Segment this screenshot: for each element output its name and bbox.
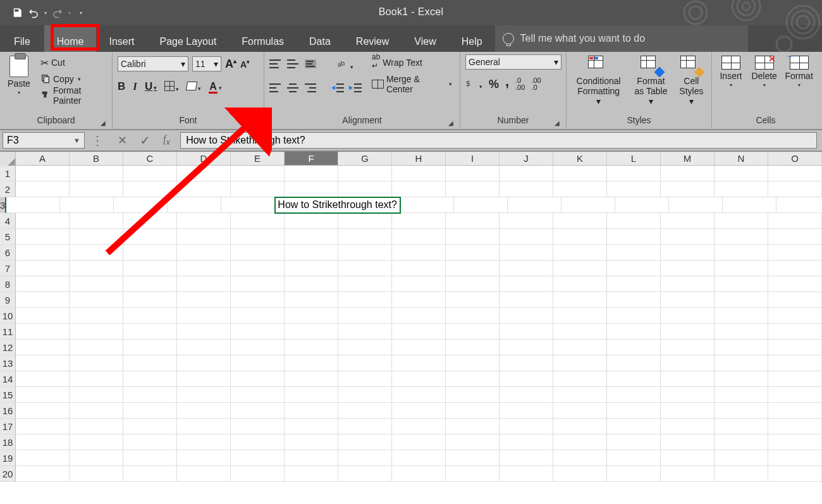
cell-L14[interactable]	[607, 371, 661, 387]
tab-view[interactable]: View	[402, 25, 448, 52]
cell-G11[interactable]	[338, 324, 392, 340]
cell-O17[interactable]	[768, 419, 822, 434]
cell-E19[interactable]	[231, 450, 285, 466]
accounting-format-button[interactable]: $	[465, 78, 482, 90]
cell-L6[interactable]	[607, 245, 661, 261]
cell-O7[interactable]	[768, 261, 822, 276]
cell-I9[interactable]	[446, 292, 500, 308]
cell-E16[interactable]	[231, 403, 285, 419]
cell-N13[interactable]	[715, 355, 768, 371]
cell-N16[interactable]	[715, 403, 768, 419]
cell-N11[interactable]	[715, 324, 768, 340]
cell-J7[interactable]	[500, 261, 553, 276]
cell-A10[interactable]	[16, 308, 70, 324]
decrease-indent-icon[interactable]	[333, 83, 344, 92]
cell-D7[interactable]	[177, 261, 231, 276]
tab-insert[interactable]: Insert	[96, 25, 147, 52]
cell-O4[interactable]	[768, 213, 822, 229]
cell-G1[interactable]	[338, 166, 392, 181]
increase-indent-icon[interactable]	[350, 83, 362, 92]
cell-E14[interactable]	[231, 371, 285, 387]
cell-G17[interactable]	[338, 419, 392, 434]
cell-G16[interactable]	[338, 403, 392, 419]
cell-D20[interactable]	[177, 466, 231, 482]
row-header-13[interactable]: 13	[0, 355, 16, 371]
cell-F14[interactable]	[285, 371, 338, 387]
cell-L8[interactable]	[607, 276, 661, 292]
cell-K19[interactable]	[553, 450, 607, 466]
cell-L3[interactable]	[669, 197, 723, 213]
cell-F17[interactable]	[285, 419, 338, 434]
cell-M18[interactable]	[661, 434, 715, 450]
cell-E9[interactable]	[231, 292, 285, 308]
cell-K15[interactable]	[553, 387, 607, 403]
cell-E5[interactable]	[231, 229, 285, 245]
merge-center-button[interactable]: Merge & Center	[369, 76, 455, 92]
cell-B8[interactable]	[70, 276, 123, 292]
cell-E3[interactable]	[221, 197, 275, 213]
cell-F3[interactable]: How to Strikethrough text?	[275, 197, 400, 213]
cell-B10[interactable]	[70, 308, 123, 324]
cell-O13[interactable]	[768, 355, 822, 371]
cell-M16[interactable]	[661, 403, 715, 419]
undo-icon[interactable]	[27, 6, 40, 20]
cell-G14[interactable]	[338, 371, 392, 387]
name-box[interactable]: F3▼	[3, 132, 85, 149]
formula-input[interactable]: How to Strikethrough text?	[180, 132, 817, 149]
cell-O20[interactable]	[768, 466, 822, 482]
cell-J10[interactable]	[500, 308, 553, 324]
cell-M6[interactable]	[661, 245, 715, 261]
cell-F2[interactable]	[285, 181, 338, 197]
cell-B9[interactable]	[70, 292, 123, 308]
cell-K13[interactable]	[553, 355, 607, 371]
cell-J1[interactable]	[500, 166, 553, 181]
cell-J2[interactable]	[500, 181, 553, 197]
cell-G13[interactable]	[338, 355, 392, 371]
cell-A2[interactable]	[16, 181, 70, 197]
cell-M8[interactable]	[661, 276, 715, 292]
cell-O9[interactable]	[768, 292, 822, 308]
borders-button[interactable]	[164, 81, 179, 93]
cell-K18[interactable]	[553, 434, 607, 450]
format-painter-button[interactable]: Format Painter	[38, 87, 107, 104]
cell-B5[interactable]	[70, 229, 123, 245]
font-size-combo[interactable]: 11▾	[192, 56, 221, 71]
cell-O5[interactable]	[768, 229, 822, 245]
cell-G10[interactable]	[338, 308, 392, 324]
row-header-16[interactable]: 16	[0, 403, 16, 419]
cell-J19[interactable]	[500, 450, 553, 466]
cell-K5[interactable]	[553, 229, 607, 245]
row-header-10[interactable]: 10	[0, 308, 16, 324]
cell-L17[interactable]	[607, 419, 661, 434]
cell-C6[interactable]	[123, 245, 177, 261]
cell-O11[interactable]	[768, 324, 822, 340]
cell-E8[interactable]	[231, 276, 285, 292]
column-header-I[interactable]: I	[446, 152, 500, 165]
row-header-14[interactable]: 14	[0, 371, 16, 387]
row-header-11[interactable]: 11	[0, 324, 16, 340]
cell-B14[interactable]	[70, 371, 123, 387]
row-header-6[interactable]: 6	[0, 245, 16, 261]
cell-H5[interactable]	[392, 229, 446, 245]
cell-I6[interactable]	[446, 245, 500, 261]
cell-F6[interactable]	[285, 245, 338, 261]
cell-C13[interactable]	[123, 355, 177, 371]
cell-E4[interactable]	[231, 213, 285, 229]
cell-G7[interactable]	[338, 261, 392, 276]
cell-E2[interactable]	[231, 181, 285, 197]
cell-K14[interactable]	[553, 371, 607, 387]
cell-C1[interactable]	[123, 166, 177, 181]
cell-A18[interactable]	[16, 434, 70, 450]
cell-O8[interactable]	[768, 276, 822, 292]
cell-N3[interactable]	[776, 197, 822, 213]
cell-C12[interactable]	[123, 340, 177, 355]
cell-M17[interactable]	[661, 419, 715, 434]
cell-M10[interactable]	[661, 308, 715, 324]
cell-H20[interactable]	[392, 466, 446, 482]
cell-D1[interactable]	[177, 166, 231, 181]
cell-E13[interactable]	[231, 355, 285, 371]
cell-K20[interactable]	[553, 466, 607, 482]
cell-D18[interactable]	[177, 434, 231, 450]
cell-J4[interactable]	[500, 213, 553, 229]
cell-C9[interactable]	[123, 292, 177, 308]
